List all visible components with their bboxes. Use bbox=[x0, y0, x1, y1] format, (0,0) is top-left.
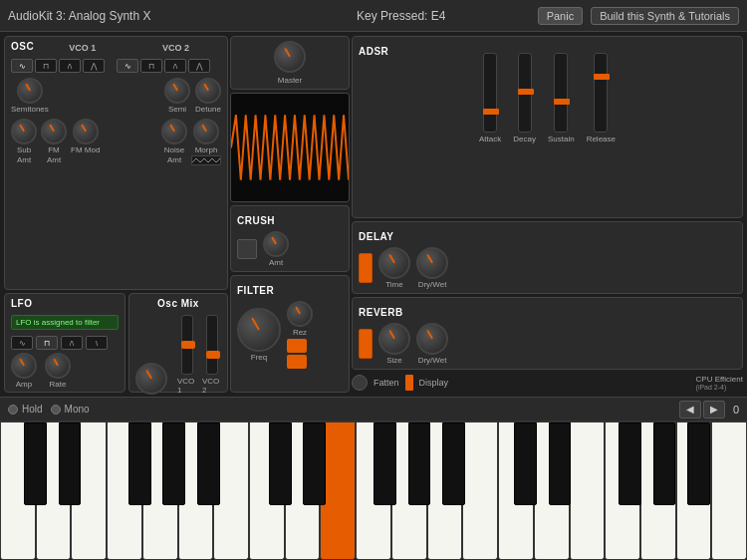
release-slider[interactable] bbox=[594, 53, 608, 133]
fm-knob[interactable] bbox=[41, 119, 67, 144]
vco2-detune-label: Detune bbox=[195, 105, 221, 114]
lfo-amp-knob[interactable] bbox=[11, 353, 37, 379]
hold-label: Hold bbox=[22, 404, 43, 415]
white-key-e3[interactable] bbox=[570, 422, 606, 560]
morph-knob[interactable] bbox=[193, 119, 219, 144]
cpu-label: CPU Efficient bbox=[696, 375, 743, 384]
black-key-as[interactable] bbox=[197, 422, 220, 505]
delay-time-wrap: Time bbox=[378, 247, 410, 289]
panic-button[interactable]: Panic bbox=[538, 7, 584, 25]
lfo-saw-btn[interactable]: \ bbox=[86, 336, 108, 350]
vco1-semitones-label: Semitones bbox=[11, 105, 49, 114]
white-key-b2[interactable] bbox=[462, 422, 498, 560]
osc-mix-knob[interactable] bbox=[135, 363, 167, 395]
filter-rez-knob[interactable] bbox=[287, 301, 313, 327]
vco2-detune-knob[interactable] bbox=[195, 78, 221, 104]
black-key-fs2[interactable] bbox=[374, 422, 396, 505]
fatten-label: Fatten bbox=[374, 378, 399, 388]
black-key-as2[interactable] bbox=[442, 422, 465, 505]
prev-btn[interactable]: ◀ bbox=[679, 401, 701, 419]
delay-toggle[interactable] bbox=[359, 253, 373, 283]
next-btn[interactable]: ▶ bbox=[703, 401, 725, 419]
filter-down-btn[interactable] bbox=[287, 355, 307, 369]
nav-arrows: ◀ ▶ bbox=[679, 401, 725, 419]
hold-radio bbox=[8, 405, 18, 415]
vco1-semitones-knob[interactable] bbox=[17, 78, 43, 104]
vco1-fader[interactable] bbox=[181, 315, 193, 375]
vco2-semi-knob[interactable] bbox=[164, 78, 190, 104]
decay-label: Decay bbox=[513, 135, 536, 143]
fatten-toggle[interactable] bbox=[352, 375, 368, 391]
sustain-wrap: Sustain bbox=[548, 53, 575, 143]
noise-knob[interactable] bbox=[161, 119, 187, 144]
lfo-rate-knob[interactable] bbox=[45, 353, 71, 379]
osc-mix-label: Osc Mix bbox=[157, 298, 199, 309]
fm-label: FM bbox=[48, 145, 60, 154]
piano bbox=[0, 420, 747, 560]
reverb-panel: REVERB Size Dry/Wet bbox=[352, 297, 743, 370]
black-key-as3[interactable] bbox=[687, 422, 710, 505]
release-label: Release bbox=[587, 135, 616, 143]
synth-area: OSC VCO 1 VCO 2 ∿ ⊓ /\ ⋀ ∿ ⊓ /\ bbox=[0, 32, 747, 397]
crush-amt-knob[interactable] bbox=[263, 231, 289, 257]
vco2-saw-btn[interactable]: ⋀ bbox=[188, 59, 210, 73]
black-key-cs2[interactable] bbox=[269, 422, 292, 505]
filter-freq-knob[interactable] bbox=[237, 308, 281, 352]
vco2-tri-btn[interactable]: /\ bbox=[164, 59, 186, 73]
black-key-ds3[interactable] bbox=[549, 422, 572, 505]
delay-panel: DELAY Time Dry/Wet bbox=[352, 221, 743, 294]
lfo-panel: LFO LFO is assigned to filter ∿ ⊓ /\ \ A… bbox=[4, 293, 125, 393]
vco1-saw-btn[interactable]: ⋀ bbox=[83, 59, 105, 73]
page-num: 0 bbox=[733, 404, 739, 416]
vco1-tri-btn[interactable]: /\ bbox=[59, 59, 81, 73]
lfo-tri-btn[interactable]: /\ bbox=[61, 336, 83, 350]
attack-slider[interactable] bbox=[483, 53, 497, 133]
black-key-gs3[interactable] bbox=[653, 422, 676, 505]
black-key-fs3[interactable] bbox=[619, 422, 641, 505]
crush-panel: CRUSH Amt bbox=[230, 205, 350, 272]
black-key-cs3[interactable] bbox=[514, 422, 537, 505]
delay-drywet-knob[interactable] bbox=[416, 247, 448, 279]
mono-btn[interactable]: Mono bbox=[51, 404, 90, 415]
delay-time-knob[interactable] bbox=[378, 247, 410, 279]
lfo-info: LFO is assigned to filter bbox=[11, 315, 119, 330]
black-key-fs[interactable] bbox=[128, 422, 151, 505]
fm-mod-label: FM Mod bbox=[71, 145, 100, 154]
black-key-gs[interactable] bbox=[162, 422, 185, 505]
display-strip bbox=[405, 375, 413, 391]
vco1-square-btn[interactable]: ⊓ bbox=[35, 59, 57, 73]
filter-freq-wrap: Freq bbox=[237, 308, 281, 362]
decay-slider[interactable] bbox=[518, 53, 532, 133]
lfo-square-btn[interactable]: ⊓ bbox=[36, 336, 58, 350]
hold-btn[interactable]: Hold bbox=[8, 404, 43, 415]
sustain-slider[interactable] bbox=[554, 53, 568, 133]
lfo-sine-btn[interactable]: ∿ bbox=[11, 336, 33, 350]
build-button[interactable]: Build this Synth & Tutorials bbox=[591, 7, 739, 25]
app-title: AudioKit 3: Analog Synth X bbox=[8, 9, 265, 23]
reverb-toggle[interactable] bbox=[359, 329, 373, 359]
reverb-size-knob[interactable] bbox=[378, 323, 410, 355]
master-label: Master bbox=[278, 76, 302, 85]
vco2-semi-wrap: Semi bbox=[164, 78, 190, 114]
filter-panel: FILTER Freq Rez bbox=[230, 275, 350, 393]
fader-group: VCO 1 VCO 2 bbox=[177, 315, 221, 395]
fm-mod-knob[interactable] bbox=[73, 119, 99, 144]
sub-knob[interactable] bbox=[11, 119, 37, 144]
crush-toggle[interactable] bbox=[237, 239, 257, 259]
osc-panel: OSC VCO 1 VCO 2 ∿ ⊓ /\ ⋀ ∿ ⊓ /\ bbox=[4, 36, 228, 290]
black-key-ds2[interactable] bbox=[303, 422, 326, 505]
black-key-cs[interactable] bbox=[24, 422, 47, 505]
vco2-square-btn[interactable]: ⊓ bbox=[140, 59, 162, 73]
vco2-sine-btn[interactable]: ∿ bbox=[117, 59, 138, 73]
master-knob[interactable] bbox=[274, 41, 306, 73]
vco2-fader[interactable] bbox=[206, 315, 218, 375]
filter-up-btn[interactable] bbox=[287, 339, 307, 353]
reverb-drywet-knob[interactable] bbox=[416, 323, 448, 355]
black-key-ds[interactable] bbox=[59, 422, 82, 505]
vco1-wave-row: ∿ ⊓ /\ ⋀ bbox=[11, 59, 105, 73]
black-key-gs2[interactable] bbox=[408, 422, 431, 505]
vco1-sine-btn[interactable]: ∿ bbox=[11, 59, 33, 73]
vco2-fader-label: VCO 2 bbox=[202, 377, 221, 395]
white-key-b3[interactable] bbox=[711, 422, 747, 560]
filter-label: FILTER bbox=[237, 285, 274, 296]
